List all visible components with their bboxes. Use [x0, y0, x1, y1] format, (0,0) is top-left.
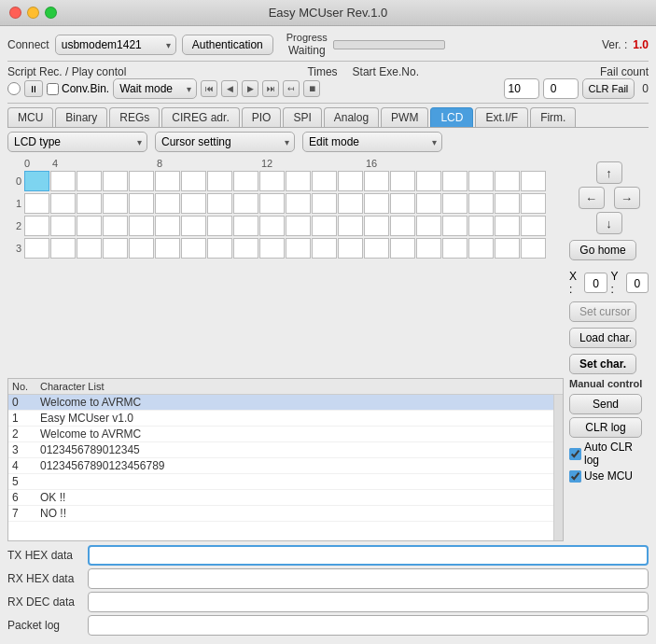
lcd-cell-2-2[interactable]	[77, 216, 102, 236]
lcd-cell-2-0[interactable]	[24, 216, 49, 236]
tab-pio[interactable]: PIO	[242, 107, 282, 127]
go-home-button[interactable]: Go home	[569, 240, 636, 260]
lcd-cell-0-5[interactable]	[155, 171, 180, 191]
lcd-cell-1-16[interactable]	[442, 193, 468, 214]
char-list-row-1[interactable]: 1Easy MCUser v1.0	[8, 411, 553, 427]
lcd-cell-3-6[interactable]	[181, 238, 206, 259]
rx-hex-input[interactable]	[88, 568, 649, 589]
char-list-row-2[interactable]: 2Welcome to AVRMC	[8, 427, 553, 442]
lcd-cell-1-9[interactable]	[259, 193, 285, 214]
use-mcu-checkbox[interactable]	[569, 470, 581, 483]
close-button[interactable]	[9, 7, 21, 19]
lcd-cell-3-11[interactable]	[312, 238, 337, 259]
lcd-cell-1-3[interactable]	[103, 193, 128, 214]
char-list-row-4[interactable]: 401234567890123456789	[8, 458, 553, 474]
lcd-cell-0-8[interactable]	[233, 171, 258, 191]
lcd-cell-3-5[interactable]	[155, 238, 180, 259]
lcd-cell-1-18[interactable]	[495, 193, 520, 214]
lcd-cell-1-11[interactable]	[312, 193, 337, 214]
pause-button[interactable]: ⏸	[24, 80, 43, 97]
lcd-cell-3-0[interactable]	[24, 238, 49, 259]
lcd-cell-2-7[interactable]	[207, 216, 232, 236]
clr-fail-button[interactable]: CLR Fail	[582, 78, 635, 99]
lcd-cell-0-1[interactable]	[50, 171, 76, 191]
lcd-cell-3-9[interactable]	[259, 238, 285, 259]
lcd-cell-3-19[interactable]	[521, 238, 546, 259]
lcd-cell-1-1[interactable]	[50, 193, 76, 214]
lcd-cell-2-1[interactable]	[50, 216, 76, 236]
lcd-cell-0-10[interactable]	[286, 171, 311, 191]
lcd-cell-2-3[interactable]	[103, 216, 128, 236]
y-value[interactable]: 0	[626, 273, 649, 293]
rx-dec-input[interactable]	[88, 592, 649, 612]
lcd-cell-1-17[interactable]	[468, 193, 494, 214]
lcd-cell-3-18[interactable]	[495, 238, 520, 259]
tab-firm[interactable]: Firm.	[530, 107, 576, 127]
char-list-row-0[interactable]: 0Welcome to AVRMC	[8, 395, 553, 411]
lcd-cell-2-17[interactable]	[468, 216, 494, 236]
auto-clr-log-row[interactable]: Auto CLR log	[569, 441, 649, 467]
tab-extif[interactable]: Ext.I/F	[475, 107, 528, 127]
lcd-cell-1-14[interactable]	[390, 193, 415, 214]
lcd-cell-3-1[interactable]	[50, 238, 76, 259]
lcd-cell-3-8[interactable]	[233, 238, 258, 259]
packet-log-input[interactable]	[88, 615, 649, 636]
lcd-cell-2-19[interactable]	[521, 216, 546, 236]
lcd-cell-0-17[interactable]	[468, 171, 494, 191]
lcd-cell-2-13[interactable]	[364, 216, 389, 236]
char-list-row-6[interactable]: 6OK !!	[8, 490, 553, 506]
arrow-down-button[interactable]: ↓	[596, 212, 622, 234]
lcd-cell-1-7[interactable]	[207, 193, 232, 214]
lcd-cell-0-13[interactable]	[364, 171, 389, 191]
lcd-cell-2-9[interactable]	[259, 216, 285, 236]
load-char-button[interactable]: Load char.	[569, 328, 636, 348]
lcd-cell-1-10[interactable]	[286, 193, 311, 214]
nav-next-next[interactable]: ⏭	[262, 80, 279, 97]
lcd-cell-3-16[interactable]	[442, 238, 468, 259]
nav-prev[interactable]: ◀	[221, 80, 238, 97]
clr-log-button[interactable]: CLR log	[569, 417, 642, 438]
char-list-scrollbar[interactable]	[553, 395, 563, 540]
lcd-cell-0-19[interactable]	[521, 171, 546, 191]
char-list-row-5[interactable]: 5	[8, 474, 553, 490]
lcd-cell-1-0[interactable]	[24, 193, 49, 214]
lcd-cell-0-11[interactable]	[312, 171, 337, 191]
lcd-cell-0-3[interactable]	[103, 171, 128, 191]
tab-analog[interactable]: Analog	[324, 107, 379, 127]
lcd-cell-0-9[interactable]	[259, 171, 285, 191]
radio-play[interactable]	[7, 82, 21, 95]
lcd-cell-2-11[interactable]	[312, 216, 337, 236]
lcd-cell-2-4[interactable]	[129, 216, 154, 236]
tab-cireg[interactable]: CIREG adr.	[161, 107, 239, 127]
lcd-cell-2-18[interactable]	[495, 216, 520, 236]
lcd-cell-1-12[interactable]	[338, 193, 363, 214]
lcd-cell-0-6[interactable]	[181, 171, 206, 191]
use-mcu-row[interactable]: Use MCU	[569, 469, 649, 483]
tx-hex-input[interactable]	[88, 545, 649, 566]
tab-spi[interactable]: SPI	[283, 107, 321, 127]
lcd-type-select[interactable]: LCD type	[7, 132, 147, 152]
tab-regs[interactable]: REGs	[109, 107, 160, 127]
lcd-cell-1-5[interactable]	[155, 193, 180, 214]
lcd-cell-0-7[interactable]	[207, 171, 232, 191]
tab-binary[interactable]: Binary	[55, 107, 107, 127]
conv-bin-input[interactable]	[47, 83, 59, 95]
lcd-cell-3-12[interactable]	[338, 238, 363, 259]
nav-prev-prev[interactable]: ⏮	[201, 80, 217, 97]
lcd-cell-1-8[interactable]	[233, 193, 258, 214]
connect-device-select[interactable]: usbmodem1421	[55, 35, 176, 55]
minimize-button[interactable]	[27, 7, 39, 19]
auto-clr-log-checkbox[interactable]	[569, 448, 581, 460]
arrow-up-button[interactable]: ↑	[596, 161, 622, 184]
lcd-cell-0-12[interactable]	[338, 171, 363, 191]
lcd-cell-3-14[interactable]	[390, 238, 415, 259]
lcd-cell-2-12[interactable]	[338, 216, 363, 236]
tab-mcu[interactable]: MCU	[7, 107, 53, 127]
lcd-cell-2-10[interactable]	[286, 216, 311, 236]
x-value[interactable]: 0	[584, 273, 607, 293]
send-button[interactable]: Send	[569, 394, 642, 414]
lcd-cell-0-0[interactable]	[24, 171, 49, 191]
lcd-cell-2-15[interactable]	[416, 216, 441, 236]
lcd-cell-1-19[interactable]	[521, 193, 546, 214]
lcd-cell-3-10[interactable]	[286, 238, 311, 259]
